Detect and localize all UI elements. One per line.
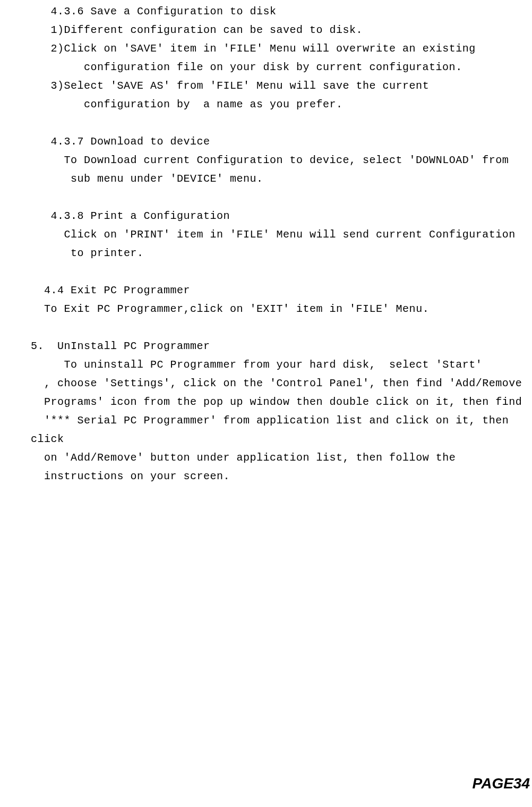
section-437-line2: sub menu under 'DEVICE' menu. bbox=[31, 169, 527, 188]
blank-line bbox=[31, 262, 527, 281]
section-437-heading: 4.3.7 Download to device bbox=[31, 132, 527, 151]
section-5-line3: Programs' icon from the pop up window th… bbox=[31, 393, 527, 411]
document-content: 4.3.6 Save a Configuration to disk 1)Dif… bbox=[0, 0, 532, 486]
section-5-line5: on 'Add/Remove' button under application… bbox=[31, 448, 527, 467]
section-5-line1: To uninstall PC Programmer from your har… bbox=[31, 355, 527, 374]
section-5-heading: 5. UnInstall PC Programmer bbox=[31, 337, 527, 355]
section-436-heading: 4.3.6 Save a Configuration to disk bbox=[31, 2, 527, 21]
section-438-line2: to printer. bbox=[31, 244, 527, 262]
section-436-line4: 3)Select 'SAVE AS' from 'FILE' Menu will… bbox=[31, 77, 527, 95]
section-5-line4: '*** Serial PC Programmer' from applicat… bbox=[31, 411, 527, 448]
section-438-line1: Click on 'PRINT' item in 'FILE' Menu wil… bbox=[31, 225, 527, 244]
section-436-line1: 1)Different configuration can be saved t… bbox=[31, 21, 527, 39]
blank-line bbox=[31, 188, 527, 207]
page-number: PAGE34 bbox=[473, 770, 530, 796]
section-436-line5: configuration by a name as you prefer. bbox=[31, 95, 527, 114]
section-438-heading: 4.3.8 Print a Configuration bbox=[31, 207, 527, 225]
section-436-line2: 2)Click on 'SAVE' item in 'FILE' Menu wi… bbox=[31, 39, 527, 58]
blank-line bbox=[31, 318, 527, 337]
section-44-line1: To Exit PC Programmer,click on 'EXIT' it… bbox=[31, 300, 527, 318]
section-5-line2: , choose 'Settings', click on the 'Contr… bbox=[31, 374, 527, 393]
section-437-line1: To Download current Configuration to dev… bbox=[31, 151, 527, 169]
blank-line bbox=[31, 114, 527, 132]
section-436-line3: configuration file on your disk by curre… bbox=[31, 58, 527, 77]
section-44-heading: 4.4 Exit PC Programmer bbox=[31, 281, 527, 300]
section-5-line6: instructions on your screen. bbox=[31, 467, 527, 486]
